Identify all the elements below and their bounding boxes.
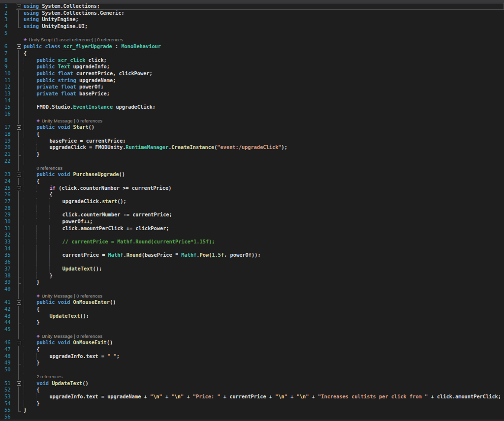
line-number[interactable] (0, 165, 15, 172)
codelens[interactable]: 2 references (23, 373, 504, 380)
line-number[interactable]: 10 (0, 70, 15, 77)
codelens[interactable]: ◈Unity Message | 0 references (23, 118, 504, 124)
code-line[interactable]: upgradeClick = FMODUnity.RuntimeManager.… (23, 144, 504, 151)
line-number[interactable] (0, 373, 15, 380)
code-line[interactable]: FMOD.Studio.EventInstance upgradeClick; (23, 104, 504, 111)
line-number[interactable]: 2 (0, 10, 15, 17)
codelens-link[interactable]: Unity Script (1 asset reference) | 0 ref… (29, 36, 124, 43)
line-number[interactable]: 34 (0, 245, 15, 252)
line-number[interactable]: 40 (0, 286, 15, 293)
line-number[interactable]: 50 (0, 366, 15, 373)
code-line[interactable]: private float basePrice; (23, 90, 504, 97)
code-line[interactable]: } (23, 407, 504, 414)
line-number[interactable]: 11 (0, 77, 15, 84)
line-number[interactable]: 23 (0, 171, 15, 178)
line-number[interactable]: 36 (0, 259, 15, 266)
line-number[interactable]: 30 (0, 218, 15, 225)
codelens-link[interactable]: 2 references (36, 373, 63, 380)
line-number[interactable] (0, 333, 15, 340)
code-line[interactable]: } (23, 400, 504, 407)
line-number[interactable]: 3 (0, 16, 15, 23)
code-line[interactable]: { (23, 178, 504, 185)
code-line[interactable]: click.counterNumber -= currentPrice; (23, 211, 504, 218)
line-number[interactable]: 54 (0, 400, 15, 407)
code-line[interactable]: UpdateText(); (23, 266, 504, 272)
line-number[interactable]: 44 (0, 319, 15, 326)
line-number[interactable] (0, 36, 15, 43)
line-number[interactable]: 26 (0, 191, 15, 198)
fold-collapse-button[interactable] (15, 43, 23, 50)
line-number[interactable]: 19 (0, 138, 15, 145)
code-line[interactable]: public float currentPrice, clickPower; (23, 70, 504, 77)
code-line[interactable]: { (23, 131, 504, 138)
line-number[interactable]: 39 (0, 279, 15, 286)
code-line[interactable] (23, 366, 504, 373)
code-line[interactable] (23, 111, 504, 118)
code-line[interactable]: powerOf++; (23, 218, 504, 225)
line-number[interactable]: 16 (0, 111, 15, 118)
codelens[interactable]: ◈Unity Script (1 asset reference) | 0 re… (23, 36, 504, 43)
codelens[interactable]: ◈Unity Message | 0 references (23, 333, 504, 340)
codelens-link[interactable]: Unity Message | 0 references (42, 293, 102, 300)
line-number[interactable]: 17 (0, 124, 15, 131)
code-line[interactable]: { (23, 346, 504, 353)
line-number[interactable]: 22 (0, 158, 15, 165)
code-line[interactable]: } (23, 151, 504, 158)
code-line[interactable]: } (23, 279, 504, 286)
code-line[interactable] (23, 326, 504, 333)
code-line[interactable]: UpdateText(); (23, 313, 504, 320)
code-line[interactable]: if (click.counterNumber >= currentPrice) (23, 185, 504, 192)
line-number[interactable]: 49 (0, 360, 15, 366)
line-number[interactable]: 35 (0, 252, 15, 259)
code-line[interactable]: } (23, 272, 504, 279)
fold-collapse-button[interactable] (15, 124, 23, 131)
code-line[interactable]: using UnityEngine.UI; (23, 23, 504, 30)
line-number[interactable]: 20 (0, 144, 15, 151)
line-number[interactable]: 45 (0, 326, 15, 333)
code-line[interactable] (23, 245, 504, 252)
fold-collapse-button[interactable] (15, 380, 23, 387)
line-number[interactable]: 5 (0, 30, 15, 37)
code-line[interactable]: private float powerOf; (23, 84, 504, 90)
code-line[interactable]: { (23, 50, 504, 57)
code-line[interactable] (23, 205, 504, 212)
line-number[interactable]: 13 (0, 90, 15, 97)
code-line[interactable]: using System.Collections.Generic; (23, 10, 504, 17)
code-line[interactable]: { (23, 191, 504, 198)
code-line[interactable] (23, 259, 504, 266)
code-line[interactable]: currentPrice = Mathf.Round(basePrice * M… (23, 252, 504, 259)
code-line[interactable]: public void Start() (23, 124, 504, 131)
code-line[interactable]: // currentPrice = Mathf.Round(currentPri… (23, 239, 504, 245)
fold-collapse-button[interactable] (15, 3, 23, 10)
line-number[interactable]: 33 (0, 239, 15, 245)
code-line[interactable]: public scr_click click; (23, 57, 504, 64)
code-line[interactable] (23, 97, 504, 104)
code-line[interactable] (23, 286, 504, 293)
line-number[interactable]: 37 (0, 266, 15, 272)
codelens[interactable]: ◈Unity Message | 0 references (23, 293, 504, 300)
code-line[interactable]: } (23, 319, 504, 326)
line-number[interactable]: 28 (0, 205, 15, 212)
line-number[interactable]: 21 (0, 151, 15, 158)
code-line[interactable] (23, 158, 504, 165)
code-line[interactable]: upgradeInfo.text = upgradeName + "\n" + … (23, 393, 504, 400)
line-number[interactable]: 42 (0, 306, 15, 313)
line-number[interactable]: 31 (0, 225, 15, 232)
line-number[interactable]: 53 (0, 393, 15, 400)
fold-collapse-button[interactable] (15, 185, 23, 192)
code-line[interactable]: public string upgradeName; (23, 77, 504, 84)
code-line[interactable]: basePrice = currentPrice; (23, 138, 504, 145)
line-number[interactable]: 18 (0, 131, 15, 138)
codelens-link[interactable]: 0 references (36, 165, 63, 172)
code-line[interactable]: public void PurchaseUpgrade() (23, 171, 504, 178)
line-number[interactable]: 52 (0, 387, 15, 393)
line-number[interactable]: 41 (0, 299, 15, 306)
code-line[interactable]: } (23, 360, 504, 366)
line-number[interactable]: 27 (0, 198, 15, 205)
line-number[interactable]: 29 (0, 211, 15, 218)
code-line[interactable]: public void OnMouseExit() (23, 339, 504, 346)
line-number[interactable]: 24 (0, 178, 15, 185)
line-number[interactable] (0, 118, 15, 124)
line-number[interactable]: 25 (0, 185, 15, 192)
line-number[interactable]: 15 (0, 104, 15, 111)
